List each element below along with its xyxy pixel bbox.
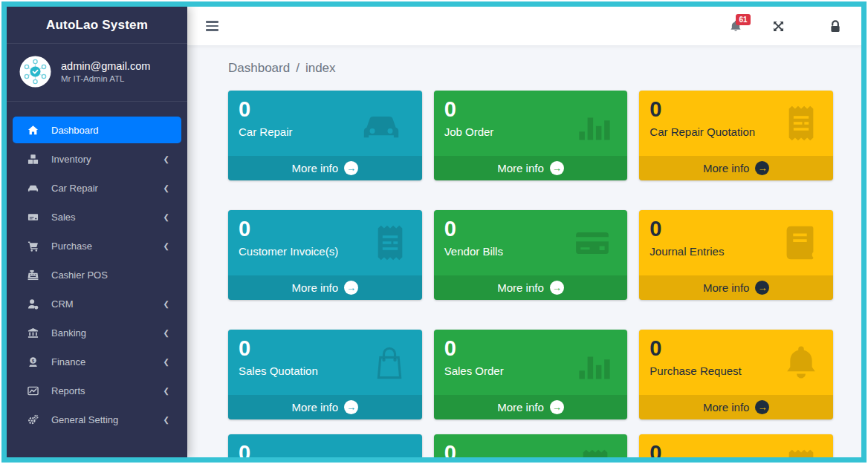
info-box-car-repair-quotation: 0 Car Repair Quotation More info → xyxy=(639,91,833,180)
user-texts: admin@gmail.com Mr IT-Admin ATL xyxy=(61,60,150,83)
more-info-label: More info xyxy=(703,162,750,174)
chevron-left-icon: ❮ xyxy=(163,213,169,221)
arrow-circle-right-icon: → xyxy=(755,281,769,295)
info-box-label: Sales Order xyxy=(444,365,618,377)
info-box-inner: 0 xyxy=(639,434,833,457)
more-info-link[interactable]: More info → xyxy=(434,275,628,300)
navbar-right: 61 xyxy=(729,19,842,33)
more-info-label: More info xyxy=(703,401,750,414)
user-avatar-icon xyxy=(19,55,52,88)
shopping-cart-icon xyxy=(25,241,40,252)
sidebar-toggle-button[interactable] xyxy=(204,18,220,34)
more-info-link[interactable]: More info → xyxy=(639,395,833,419)
info-box-partial-3: 0 More info → xyxy=(639,434,833,457)
arrow-circle-right-icon: → xyxy=(755,161,769,175)
chart-line-icon xyxy=(25,385,40,396)
sidebar-item-inventory[interactable]: Inventory ❮ xyxy=(13,146,181,172)
more-info-label: More info xyxy=(497,401,544,414)
info-box-inner: 0 Sales Quotation xyxy=(228,330,422,377)
info-box-label: Car Repair xyxy=(239,125,412,138)
more-info-label: More info xyxy=(497,281,544,294)
more-info-link[interactable]: More info → xyxy=(228,395,422,419)
info-box-vendor-bills: 0 Vendor Bills More info → xyxy=(434,210,628,300)
lock-screen-button[interactable] xyxy=(828,19,842,33)
notification-badge: 61 xyxy=(736,14,751,25)
info-box-label: Customer Invoice(s) xyxy=(239,245,412,258)
arrow-circle-right-icon: → xyxy=(344,161,358,175)
sidebar-item-car-repair[interactable]: Car Repair ❮ xyxy=(13,174,181,201)
info-box-job-order: 0 Job Order More info → xyxy=(434,91,628,180)
sidebar-item-label: Car Repair xyxy=(51,183,163,194)
sidebar-item-finance[interactable]: $ Finance ❮ xyxy=(13,348,181,375)
car-icon xyxy=(25,183,40,194)
more-info-label: More info xyxy=(292,281,339,294)
info-box-inner: 0 Customer Invoice(s) xyxy=(228,210,422,258)
more-info-link[interactable]: More info → xyxy=(228,156,422,180)
sidebar-item-general-setting[interactable]: General Setting ❮ xyxy=(13,406,181,433)
more-info-link[interactable]: More info → xyxy=(434,156,628,180)
chevron-left-icon: ❮ xyxy=(163,184,169,192)
sidebar-item-label: CRM xyxy=(51,298,163,310)
more-info-link[interactable]: More info → xyxy=(639,275,833,300)
sidebar-item-crm[interactable]: CRM ❮ xyxy=(13,290,181,317)
chevron-left-icon: ❮ xyxy=(163,242,169,250)
info-box-label: Sales Quotation xyxy=(239,365,412,377)
sidebar-item-sales[interactable]: Sales ❮ xyxy=(13,203,181,230)
chevron-left-icon: ❮ xyxy=(163,155,169,163)
breadcrumb-item-index: index xyxy=(305,61,336,76)
chevron-left-icon: ❮ xyxy=(163,300,169,308)
info-box-car-repair: 0 Car Repair More info → xyxy=(228,91,422,180)
arrow-circle-right-icon: → xyxy=(550,161,564,175)
app-frame: AutoLao System xyxy=(1,1,867,463)
sidebar-item-label: Reports xyxy=(51,385,163,396)
more-info-link[interactable]: More info → xyxy=(639,156,833,180)
breadcrumb: Dashboard / index xyxy=(228,61,833,76)
info-box-label: Car Repair Quotation xyxy=(650,125,823,138)
sidebar-item-banking[interactable]: Banking ❮ xyxy=(13,319,181,346)
user-email: admin@gmail.com xyxy=(61,60,150,72)
chevron-left-icon: ❮ xyxy=(163,358,169,366)
more-info-label: More info xyxy=(703,281,750,294)
info-box-value: 0 xyxy=(239,337,412,361)
info-box-inner: 0 Purchase Request xyxy=(639,330,833,377)
sidebar-menu: Dashboard Inventory ❮ Car Repair ❮ xyxy=(7,102,187,435)
info-box-value: 0 xyxy=(650,218,823,241)
sidebar-item-label: Cashier POS xyxy=(51,269,174,281)
arrow-circle-right-icon: → xyxy=(550,281,564,295)
info-box-label: Vendor Bills xyxy=(444,245,618,258)
info-box-customer-invoices: 0 Customer Invoice(s) More info → xyxy=(228,210,422,300)
chevron-left-icon: ❮ xyxy=(163,416,169,424)
info-box-partial-1: 0 More info → xyxy=(228,434,422,457)
sidebar-item-cashier-pos[interactable]: Cashier POS xyxy=(13,261,181,288)
more-info-link[interactable]: More info → xyxy=(434,395,628,419)
notifications-button[interactable]: 61 xyxy=(729,19,742,33)
boxes-icon xyxy=(25,154,40,165)
info-box-value: 0 xyxy=(650,98,823,122)
info-box-value: 0 xyxy=(239,218,412,241)
info-box-inner: 0 Journal Entries xyxy=(639,210,833,258)
info-box-inner: 0 xyxy=(434,434,628,457)
info-box-row: 0 Customer Invoice(s) More info → 0 Vend… xyxy=(228,210,833,300)
sidebar-item-label: Sales xyxy=(51,212,163,223)
user-panel: admin@gmail.com Mr IT-Admin ATL xyxy=(7,44,187,102)
fullscreen-button[interactable] xyxy=(772,20,785,33)
info-box-value: 0 xyxy=(239,98,412,122)
sidebar-item-reports[interactable]: Reports ❮ xyxy=(13,377,181,404)
sidebar-item-label: Finance xyxy=(51,356,163,367)
more-info-link[interactable]: More info → xyxy=(228,275,422,300)
info-box-label: Journal Entries xyxy=(650,245,823,258)
arrow-circle-right-icon: → xyxy=(344,281,358,295)
brand-title: AutoLao System xyxy=(7,7,187,44)
info-box-partial-2: 0 More info → xyxy=(434,434,628,457)
user-dot-icon xyxy=(25,298,40,310)
top-navbar: 61 xyxy=(187,7,861,46)
info-box-inner: 0 Car Repair xyxy=(228,91,422,138)
breadcrumb-item-dashboard[interactable]: Dashboard xyxy=(228,61,290,76)
unlock-icon xyxy=(828,19,842,33)
sidebar-item-dashboard[interactable]: Dashboard xyxy=(13,117,181,143)
home-icon xyxy=(25,125,40,136)
info-box-inner: 0 Car Repair Quotation xyxy=(639,91,833,138)
more-info-label: More info xyxy=(497,162,544,174)
info-box-sales-quotation: 0 Sales Quotation More info → xyxy=(228,330,422,419)
sidebar-item-purchase[interactable]: Purchase ❮ xyxy=(13,232,181,259)
